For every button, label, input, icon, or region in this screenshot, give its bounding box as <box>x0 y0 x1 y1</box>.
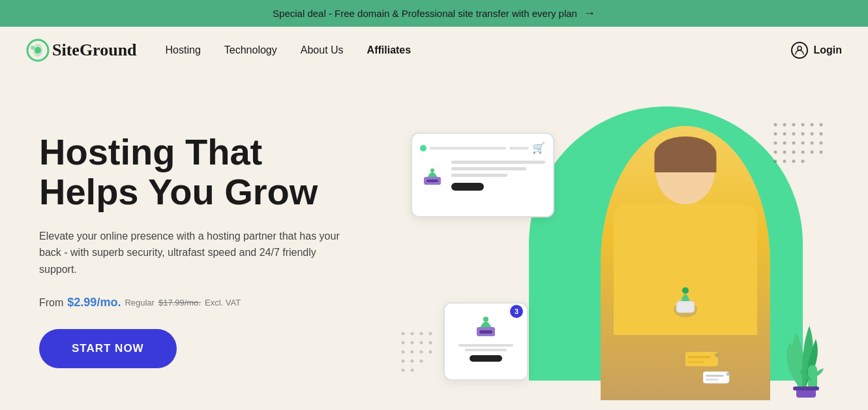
svg-point-3 <box>31 46 35 50</box>
navbar: SiteGround Hosting Technology About Us A… <box>0 27 868 74</box>
price-value: $2.99/mo. <box>67 296 121 309</box>
banner-text: Special deal - Free domain & Professiona… <box>273 8 577 19</box>
svg-point-69 <box>726 373 730 376</box>
svg-point-40 <box>429 341 432 345</box>
svg-point-22 <box>820 142 823 145</box>
dot-pattern-bottom <box>398 328 450 381</box>
logo[interactable]: SiteGround <box>26 39 137 62</box>
logo-text: SiteGround <box>52 40 137 60</box>
svg-point-6 <box>783 123 786 127</box>
svg-point-42 <box>411 351 414 354</box>
svg-point-30 <box>783 160 786 163</box>
nav-affiliates[interactable]: Affiliates <box>358 39 421 61</box>
svg-point-25 <box>792 151 796 154</box>
hero-price: From $2.99/mo. Regular $17.99/mo. Excl. … <box>39 296 391 309</box>
svg-point-41 <box>402 351 405 354</box>
ui-card-large: 🛒 <box>411 133 554 217</box>
user-icon <box>791 42 808 59</box>
hero-subtitle: Elevate your online presence with a host… <box>39 228 352 278</box>
svg-point-7 <box>792 123 796 127</box>
banner-arrow[interactable]: → <box>584 7 595 20</box>
svg-point-12 <box>783 133 786 136</box>
nav-hosting[interactable]: Hosting <box>157 39 210 61</box>
price-regular-value: $17.99/mo. <box>158 298 201 308</box>
svg-point-15 <box>811 133 814 136</box>
svg-point-13 <box>792 133 796 136</box>
svg-point-49 <box>411 369 414 372</box>
ui-card-small: 3 <box>443 302 528 381</box>
plants-decoration <box>770 267 835 400</box>
svg-point-43 <box>420 351 423 354</box>
svg-point-65 <box>715 353 719 357</box>
svg-point-36 <box>429 332 432 336</box>
hero-visual: 🛒 <box>391 100 842 400</box>
svg-point-4 <box>798 46 801 50</box>
price-excl: Excl. VAT <box>205 298 241 308</box>
svg-rect-51 <box>427 180 438 182</box>
svg-rect-62 <box>685 352 718 366</box>
svg-point-46 <box>411 360 414 363</box>
svg-point-19 <box>792 142 796 145</box>
svg-point-34 <box>411 332 414 336</box>
start-now-button[interactable]: START NOW <box>39 329 177 368</box>
svg-point-8 <box>801 123 805 127</box>
svg-point-24 <box>783 151 786 154</box>
hero-title: Hosting That Helps You Grow <box>39 132 391 212</box>
login-label: Login <box>813 44 842 56</box>
price-tag-white <box>703 371 732 387</box>
svg-rect-68 <box>706 379 719 381</box>
svg-rect-64 <box>688 361 704 363</box>
svg-point-20 <box>801 142 805 145</box>
nav-links: Hosting Technology About Us Affiliates <box>157 39 792 61</box>
svg-point-38 <box>411 341 414 345</box>
svg-point-55 <box>483 317 488 322</box>
svg-rect-63 <box>688 356 711 358</box>
svg-point-14 <box>801 133 805 136</box>
svg-point-44 <box>429 351 432 354</box>
svg-rect-67 <box>706 375 724 377</box>
svg-point-10 <box>820 123 823 127</box>
svg-point-52 <box>430 168 434 172</box>
svg-point-18 <box>783 142 786 145</box>
svg-rect-54 <box>479 330 492 334</box>
svg-point-2 <box>35 47 41 54</box>
login-button[interactable]: Login <box>791 42 842 59</box>
svg-point-33 <box>402 332 405 336</box>
nav-about-us[interactable]: About Us <box>292 39 353 61</box>
svg-point-37 <box>402 341 405 345</box>
svg-point-26 <box>801 151 805 154</box>
svg-point-31 <box>792 160 796 163</box>
svg-point-21 <box>811 142 814 145</box>
top-banner: Special deal - Free domain & Professiona… <box>0 0 868 27</box>
hero-content: Hosting That Helps You Grow Elevate your… <box>39 132 391 369</box>
nav-technology[interactable]: Technology <box>215 39 286 61</box>
logo-icon <box>26 39 50 62</box>
hero-section: Hosting That Helps You Grow Elevate your… <box>0 74 868 410</box>
svg-point-35 <box>420 332 423 336</box>
svg-rect-66 <box>703 371 729 383</box>
svg-point-45 <box>402 360 405 363</box>
svg-rect-57 <box>676 301 695 313</box>
price-regular-label: Regular <box>125 298 155 308</box>
svg-rect-61 <box>793 386 819 390</box>
svg-point-27 <box>811 151 814 154</box>
svg-point-48 <box>402 369 405 372</box>
svg-point-39 <box>420 341 423 345</box>
svg-point-32 <box>801 160 805 163</box>
card-badge: 3 <box>510 305 523 318</box>
svg-point-58 <box>682 287 689 294</box>
svg-point-28 <box>820 151 823 154</box>
svg-point-9 <box>811 123 814 127</box>
price-from: From <box>39 297 63 309</box>
svg-point-16 <box>820 133 823 136</box>
price-tag-yellow <box>685 352 721 371</box>
svg-point-47 <box>420 360 423 363</box>
